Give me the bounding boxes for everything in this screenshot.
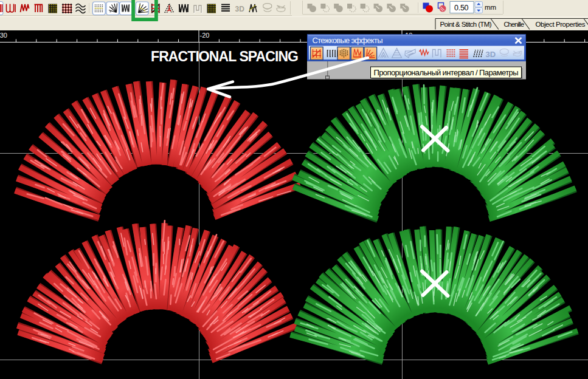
svg-text:3D: 3D — [486, 50, 496, 59]
svg-text:Object Properties: Object Properties — [536, 21, 586, 28]
svg-text:0.50: 0.50 — [454, 4, 469, 12]
svg-text:Стежковые эффекты: Стежковые эффекты — [313, 36, 383, 45]
svg-text:mm: mm — [485, 4, 496, 11]
svg-text:-20: -20 — [200, 32, 210, 39]
svg-text:FRACTIONAL SPACING: FRACTIONAL SPACING — [151, 49, 299, 64]
svg-text:3D: 3D — [235, 5, 245, 13]
svg-text:Пропорциональный интервал / Па: Пропорциональный интервал / Параметры — [374, 68, 519, 77]
svg-text:-30: -30 — [0, 32, 7, 39]
svg-text:Point & Stitch (TM): Point & Stitch (TM) — [440, 21, 492, 28]
svg-text:Chenille: Chenille — [504, 21, 525, 28]
